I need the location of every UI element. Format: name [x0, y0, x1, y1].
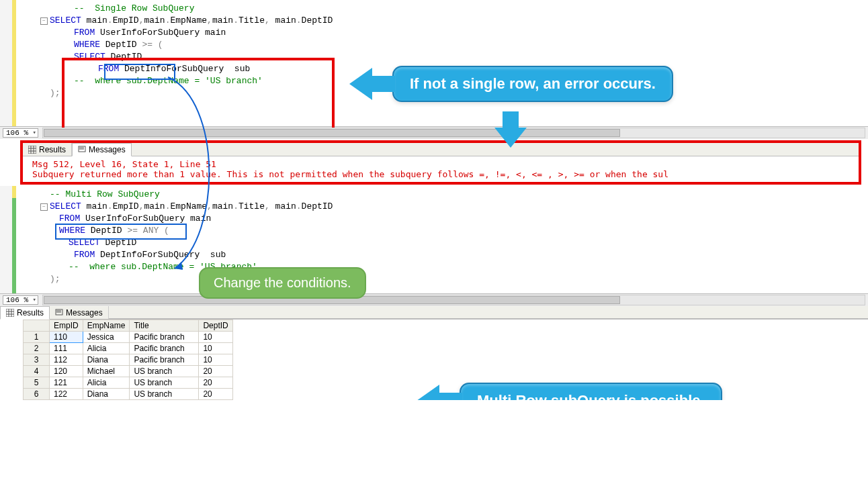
- cell[interactable]: US branch: [130, 377, 199, 389]
- cell[interactable]: 110: [50, 332, 83, 343]
- row-header[interactable]: 3: [24, 354, 50, 366]
- cell[interactable]: 10: [199, 332, 232, 343]
- cell[interactable]: Diana: [83, 354, 130, 366]
- code-text: ,: [265, 201, 270, 211]
- code-text: FROM: [98, 64, 119, 74]
- error-line: Msg 512, Level 16, State 1, Line 51: [32, 159, 849, 169]
- messages-pane[interactable]: Msg 512, Level 16, State 1, Line 51 Subq…: [23, 156, 859, 182]
- code-text: .: [107, 201, 113, 211]
- code-text: main: [81, 201, 107, 211]
- tab-label: Messages: [89, 145, 126, 154]
- code-text: main: [144, 201, 165, 211]
- code-text: (: [164, 226, 169, 236]
- tab-label: Results: [39, 145, 66, 154]
- table-row[interactable]: 3112DianaPacific branch10: [24, 354, 233, 366]
- code-text: SELECT: [50, 201, 81, 211]
- code-text: DeptID: [302, 15, 333, 26]
- cell[interactable]: Jessica: [83, 332, 130, 343]
- code-text: );: [50, 88, 60, 98]
- corner-cell: [24, 320, 50, 332]
- code-text: ,: [207, 201, 212, 211]
- cell[interactable]: Pacific branch: [130, 354, 199, 366]
- cell[interactable]: 10: [199, 354, 232, 366]
- callout-top: If not a single row, an error occurs.: [392, 66, 673, 102]
- cell[interactable]: 122: [50, 389, 83, 400]
- annotation-top: If not a single row, an error occurs.: [349, 66, 673, 102]
- sql-editor-top[interactable]: -- Single Row SubQuery −SELECT main.EmpI…: [0, 0, 868, 126]
- cell[interactable]: 120: [50, 366, 83, 377]
- row-header[interactable]: 4: [24, 366, 50, 377]
- code-text: .: [233, 201, 238, 211]
- code-text: EmpID: [113, 15, 139, 26]
- code-text: UserInfoForSubQuery main: [80, 213, 211, 224]
- table-row[interactable]: 2111AliciaPacific branch10: [24, 343, 233, 354]
- cell[interactable]: Diana: [83, 389, 130, 400]
- code-text: Title: [238, 201, 265, 211]
- code-text: main: [270, 15, 296, 26]
- cell[interactable]: Alicia: [83, 377, 130, 389]
- col-header[interactable]: DeptID: [199, 320, 232, 332]
- code-text: FROM: [59, 213, 80, 224]
- tab-label: Messages: [66, 308, 103, 318]
- row-header[interactable]: 1: [24, 332, 50, 343]
- row-header[interactable]: 2: [24, 343, 50, 354]
- cell[interactable]: US branch: [130, 389, 199, 400]
- horizontal-scrollbar[interactable]: [42, 128, 865, 138]
- zoom-select[interactable]: 106 %: [3, 128, 38, 138]
- cell[interactable]: 10: [199, 343, 232, 354]
- cell[interactable]: Pacific branch: [130, 343, 199, 354]
- tab-label: Results: [17, 308, 44, 318]
- code-text: ,: [265, 15, 270, 26]
- code-text: -- where sub.DeptName = 'US branch': [74, 76, 263, 86]
- cell[interactable]: Alicia: [83, 343, 130, 354]
- code-text: EmpName: [171, 15, 208, 26]
- code-text: >=: [127, 226, 138, 236]
- table-header-row: EmpID EmpName Title DeptID: [24, 320, 233, 332]
- cell[interactable]: 112: [50, 354, 83, 366]
- horizontal-scrollbar[interactable]: [42, 295, 865, 305]
- table-row[interactable]: 1110JessicaPacific branch10: [24, 332, 233, 343]
- message-icon: [78, 146, 86, 154]
- message-icon: [55, 309, 63, 317]
- tab-messages[interactable]: Messages: [50, 306, 109, 319]
- cell[interactable]: Michael: [83, 366, 130, 377]
- cell[interactable]: 20: [199, 389, 232, 400]
- tab-results[interactable]: Results: [0, 306, 50, 320]
- table-row[interactable]: 5121AliciaUS branch20: [24, 377, 233, 389]
- code-text: Single Row SubQuery: [89, 3, 194, 13]
- grid-icon: [6, 309, 14, 317]
- code-text: DeptID: [100, 40, 142, 50]
- table-row[interactable]: 4120MichaelUS branch20: [24, 366, 233, 377]
- code-text: FROM: [74, 250, 95, 260]
- code-text: EmpName: [171, 201, 208, 211]
- table-row[interactable]: 6122DianaUS branch20: [24, 389, 233, 400]
- col-header[interactable]: Title: [130, 320, 199, 332]
- col-header[interactable]: EmpName: [83, 320, 130, 332]
- tab-results[interactable]: Results: [23, 143, 72, 156]
- sql-editor-bottom[interactable]: -- Multi Row SubQuery −SELECT main.EmpID…: [0, 186, 868, 293]
- code-text: DeptID: [302, 201, 333, 211]
- code-text: main: [270, 201, 296, 211]
- svg-rect-8: [6, 309, 14, 317]
- zoom-select[interactable]: 106 %: [3, 295, 38, 305]
- cell[interactable]: Pacific branch: [130, 332, 199, 343]
- collapse-icon[interactable]: −: [40, 203, 48, 211]
- code-text: WHERE: [74, 40, 100, 50]
- row-header[interactable]: 6: [24, 389, 50, 400]
- collapse-icon[interactable]: −: [40, 17, 48, 25]
- callout-bottom: Multi Row subQuery is possible.: [460, 383, 722, 400]
- grid-icon: [28, 146, 36, 154]
- cell[interactable]: US branch: [130, 366, 199, 377]
- cell[interactable]: 111: [50, 343, 83, 354]
- tab-messages[interactable]: Messages: [72, 143, 132, 156]
- cell[interactable]: 20: [199, 366, 232, 377]
- code-text: WHERE: [59, 226, 85, 236]
- results-grid[interactable]: EmpID EmpName Title DeptID 1110JessicaPa…: [23, 320, 233, 400]
- code-text: UserInfoForSubQuery main: [95, 28, 226, 38]
- row-header[interactable]: 5: [24, 377, 50, 389]
- svg-rect-0: [28, 146, 36, 154]
- col-header[interactable]: EmpID: [50, 320, 83, 332]
- cell[interactable]: 20: [199, 377, 232, 389]
- cell[interactable]: 121: [50, 377, 83, 389]
- code-text: .: [107, 15, 113, 26]
